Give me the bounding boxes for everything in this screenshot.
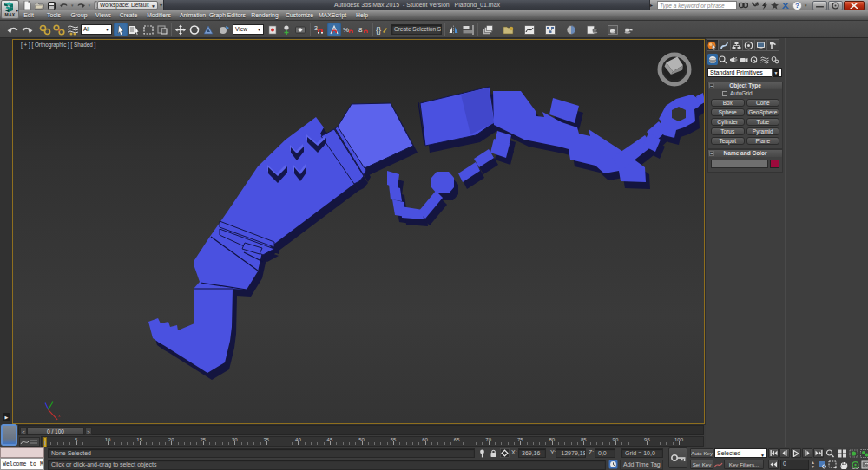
zoom-all-button[interactable] xyxy=(837,448,847,458)
undo-button[interactable] xyxy=(6,23,20,36)
set-key-button[interactable]: Set Key xyxy=(690,460,713,469)
undo-dropdown-icon[interactable]: ▾ xyxy=(71,3,74,8)
frame-spinner[interactable]: ▲▼ xyxy=(811,460,815,469)
selected-filter-combo[interactable]: Selected▼ xyxy=(714,448,767,458)
lightning-icon[interactable] xyxy=(761,2,768,10)
orbit-button[interactable] xyxy=(850,460,860,469)
pan-button[interactable] xyxy=(838,460,849,469)
modify-tab[interactable] xyxy=(719,39,731,51)
field-of-view-button[interactable] xyxy=(827,460,838,469)
menu-views[interactable]: Views xyxy=(95,12,111,18)
previous-frame-button[interactable] xyxy=(779,448,790,458)
current-frame-field[interactable]: 0 xyxy=(780,460,809,470)
select-scale-button[interactable] xyxy=(201,23,215,36)
key-mode-toggle[interactable] xyxy=(768,460,779,469)
menu-maxscript[interactable]: MAXScript xyxy=(319,12,346,18)
go-to-start-button[interactable] xyxy=(768,448,779,458)
undo-icon[interactable] xyxy=(59,1,69,10)
plane-button[interactable]: Plane xyxy=(746,137,780,145)
menu-tools[interactable]: Tools xyxy=(47,12,61,18)
selection-lock-icon[interactable] xyxy=(489,448,498,458)
name-color-rollout-header[interactable]: – Name and Color xyxy=(708,150,782,157)
exchange-x-icon[interactable] xyxy=(781,2,790,10)
unlink-button[interactable] xyxy=(52,23,66,36)
play-button[interactable] xyxy=(791,448,801,458)
viewport-layout-tabs-button[interactable]: ▶ xyxy=(3,413,10,421)
motion-tab[interactable] xyxy=(743,39,755,51)
redo-button[interactable] xyxy=(20,23,34,36)
go-to-end-button[interactable] xyxy=(813,448,824,458)
schematic-view-button[interactable] xyxy=(543,23,557,36)
cone-button[interactable]: Cone xyxy=(746,99,780,107)
pyramid-button[interactable]: Pyramid xyxy=(746,127,780,135)
redo-icon[interactable] xyxy=(76,1,86,10)
mini-curve-editor-button[interactable] xyxy=(19,437,40,447)
zoom-extents-button[interactable] xyxy=(848,448,858,458)
menu-animation[interactable]: Animation xyxy=(180,12,206,18)
edit-selection-set-button[interactable]: {} xyxy=(375,23,389,36)
lights-subtab[interactable] xyxy=(728,54,739,65)
reference-coordsys-combo[interactable]: View▼ xyxy=(233,24,264,35)
infocenter-search-input[interactable]: Type a keyword or phrase xyxy=(657,1,737,10)
panel-divider[interactable] xyxy=(785,38,786,447)
maxscript-listener-pane[interactable]: Welcome to M xyxy=(0,458,44,470)
mirror-button[interactable] xyxy=(447,23,461,36)
hierarchy-tab[interactable] xyxy=(731,39,743,51)
menu-rendering[interactable]: Rendering xyxy=(251,12,278,18)
select-move-button[interactable] xyxy=(174,23,187,36)
layer-manager-button[interactable] xyxy=(481,23,495,36)
menu-edit[interactable]: Edit xyxy=(23,12,34,18)
time-tag-icon[interactable] xyxy=(608,460,618,469)
create-tab[interactable] xyxy=(707,39,719,51)
isolate-selection-icon[interactable] xyxy=(477,448,487,458)
help-icon[interactable]: ? xyxy=(792,1,802,10)
set-keys-button[interactable] xyxy=(668,447,687,468)
select-place-button[interactable] xyxy=(217,23,231,36)
render-setup-button[interactable] xyxy=(585,23,599,36)
application-button[interactable]: MAX ▾ xyxy=(1,0,19,19)
menu-graph-editors[interactable]: Graph Editors xyxy=(209,12,246,18)
y-coordinate-field[interactable]: -12979,18 xyxy=(556,448,586,458)
menu-help[interactable]: Help xyxy=(356,12,368,18)
bind-spacewarp-button[interactable] xyxy=(66,23,80,36)
time-slider-track[interactable]: < 0 / 100 > xyxy=(18,425,704,435)
rendered-frame-button[interactable] xyxy=(606,23,620,36)
tube-button[interactable]: Tube xyxy=(746,118,780,126)
use-pivot-button[interactable] xyxy=(266,23,279,36)
window-crossing-button[interactable] xyxy=(155,23,169,36)
object-color-swatch[interactable] xyxy=(770,160,779,168)
geosphere-button[interactable]: GeoSphere xyxy=(746,108,780,116)
viewport[interactable]: [ + ] [ Orthographic ] [ Shaded ] x xyxy=(12,39,705,424)
new-scene-icon[interactable] xyxy=(23,1,32,10)
maximize-viewport-button[interactable] xyxy=(860,460,868,469)
3d-model-platfond[interactable] xyxy=(13,40,705,424)
object-name-field[interactable] xyxy=(711,160,768,168)
maximize-button[interactable] xyxy=(828,1,843,10)
selection-filter-combo[interactable]: All▼ xyxy=(81,24,112,35)
menu-group[interactable]: Group xyxy=(71,12,88,18)
align-button[interactable] xyxy=(461,23,475,36)
workspace-extra-caret-icon[interactable]: ▾ xyxy=(160,2,162,8)
shapes-subtab[interactable] xyxy=(718,54,728,65)
minimize-button[interactable] xyxy=(812,1,827,10)
next-frame-button[interactable] xyxy=(802,448,812,458)
named-selection-set-combo[interactable]: Create Selection Set▼ xyxy=(391,24,442,35)
time-slider-thumb[interactable]: 0 / 100 xyxy=(27,427,84,435)
save-file-icon[interactable] xyxy=(47,1,56,10)
spinner-snap-button[interactable]: 8 xyxy=(357,23,371,36)
torus-button[interactable]: Torus xyxy=(711,127,745,135)
z-coordinate-field[interactable]: 0,0 xyxy=(595,448,615,458)
default-in-out-tangent-icon[interactable] xyxy=(713,460,723,469)
redo-dropdown-icon[interactable]: ▾ xyxy=(89,3,91,8)
material-editor-button[interactable] xyxy=(564,23,578,36)
curve-editor-button[interactable] xyxy=(523,23,536,36)
menu-create[interactable]: Create xyxy=(120,12,137,18)
sphere-button[interactable]: Sphere xyxy=(711,108,745,116)
scene-explorer-button[interactable] xyxy=(502,23,516,36)
menu-modifiers[interactable]: Modifiers xyxy=(147,12,171,18)
geometry-subtab[interactable] xyxy=(707,54,718,65)
helpers-subtab[interactable] xyxy=(749,54,760,65)
add-time-tag-field[interactable]: Add Time Tag xyxy=(620,460,663,470)
absolute-mode-icon[interactable] xyxy=(500,448,510,458)
auto-key-button[interactable]: Auto Key xyxy=(690,448,713,458)
